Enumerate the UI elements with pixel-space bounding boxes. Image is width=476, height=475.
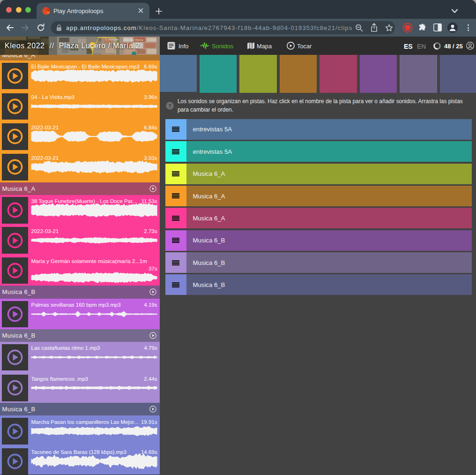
- svg-text:?: ?: [168, 103, 171, 109]
